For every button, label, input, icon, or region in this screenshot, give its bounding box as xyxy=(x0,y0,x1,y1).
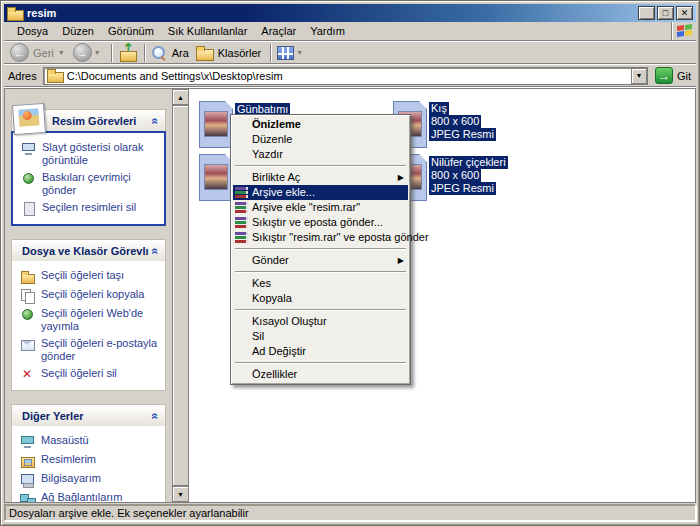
explorer-window: resim _ □ ✕ Dosya Düzen Görünüm Sık Kull… xyxy=(0,0,700,526)
panel-title: Dosya ve Klasör Görevlı xyxy=(22,245,152,257)
menu-item-duzenle[interactable]: Düzenle xyxy=(233,132,408,147)
maximize-button[interactable]: □ xyxy=(657,6,674,20)
task-label: Seçili öğeleri kopyala xyxy=(41,288,144,301)
task-label: Seçilen resimleri sil xyxy=(42,201,136,214)
folders-icon xyxy=(196,46,213,60)
menu-item-kes[interactable]: Kes xyxy=(233,276,408,291)
menu-yardim[interactable]: Yardım xyxy=(303,23,352,39)
task-order-prints[interactable]: Baskıları çevrimiçi gönder xyxy=(19,169,160,199)
address-path[interactable]: C:\Documents and Settings\x\Desktop\resi… xyxy=(67,70,627,82)
menu-item-sil[interactable]: Sil xyxy=(233,329,408,344)
task-email-items[interactable]: Seçili öğeleri e-postayla gönder xyxy=(18,335,161,365)
file-tile-nilufer[interactable]: Nilüfer çiçekleri 800 x 600 JPEG Resmi xyxy=(429,156,508,195)
back-dropdown-arrow[interactable]: ▼ xyxy=(58,49,65,56)
menu-item-label: Arşive ekle "resim.rar" xyxy=(252,201,360,213)
task-delete-pictures[interactable]: Seçilen resimleri sil xyxy=(19,199,160,218)
menu-item-label: Sıkıştır ve eposta gönder... xyxy=(252,216,383,228)
views-dropdown-arrow[interactable]: ▼ xyxy=(296,49,303,56)
email-items-icon xyxy=(20,337,35,352)
up-folder-icon xyxy=(118,44,138,62)
back-button[interactable]: ← Geri ▼ xyxy=(8,43,71,62)
views-button[interactable]: ▼ xyxy=(275,46,309,60)
place-my-computer[interactable]: Bilgisayarım xyxy=(18,470,161,489)
close-button[interactable]: ✕ xyxy=(676,6,693,20)
slideshow-icon xyxy=(21,141,36,156)
file-type: JPEG Resmi xyxy=(429,182,496,195)
menu-item-kopyala[interactable]: Kopyala xyxy=(233,291,408,306)
delete-items-icon xyxy=(20,367,35,382)
submenu-arrow-icon: ▶ xyxy=(398,253,404,268)
place-label: Bilgisayarım xyxy=(41,472,101,485)
menu-item-kisayol-olustur[interactable]: Kısayol Oluştur xyxy=(233,314,408,329)
forward-button[interactable]: → ▼ xyxy=(71,43,107,62)
menu-item-ad-degistir[interactable]: Ad Değiştir xyxy=(233,344,408,359)
place-label: Masaüstü xyxy=(41,434,89,447)
file-list-area[interactable]: Günbatımı Kış 800 x 600 JPEG Resmi Nilüf… xyxy=(189,89,695,502)
delete-pictures-icon xyxy=(21,201,36,216)
title-bar[interactable]: resim _ □ ✕ xyxy=(4,4,696,22)
menu-item-sikistir-eposta[interactable]: Sıkıştır ve eposta gönder... xyxy=(233,215,408,230)
file-thumbnail[interactable] xyxy=(199,154,233,201)
task-label: Seçili öğeleri taşı xyxy=(41,269,124,282)
task-publish-web[interactable]: Seçili öğeleri Web'de yayımla xyxy=(18,305,161,335)
menu-item-onizleme[interactable]: Önizleme xyxy=(233,117,408,132)
panel-file-folder-tasks: Dosya ve Klasör Görevlı « Seçili öğeleri… xyxy=(11,239,166,391)
place-network[interactable]: Ağ Bağlantılarım xyxy=(18,489,161,502)
menu-gorunum[interactable]: Görünüm xyxy=(101,23,161,39)
panel-header[interactable]: Dosya ve Klasör Görevlı « xyxy=(11,239,166,261)
winrar-icon xyxy=(235,186,250,199)
menu-item-arsive-ekle-rar[interactable]: Arşive ekle "resim.rar" xyxy=(233,200,408,215)
menu-item-birlikte-ac[interactable]: Birlikte Aç ▶ xyxy=(233,170,408,185)
scrollbar-thumb[interactable] xyxy=(172,105,189,486)
place-my-pictures[interactable]: Resimlerim xyxy=(18,451,161,470)
task-copy-items[interactable]: Seçili öğeleri kopyala xyxy=(18,286,161,305)
place-desktop[interactable]: Masaüstü xyxy=(18,432,161,451)
task-delete-items[interactable]: Seçili öğeleri sil xyxy=(18,365,161,384)
up-button[interactable] xyxy=(116,44,140,62)
menu-bar: Dosya Düzen Görünüm Sık Kullanılanlar Ar… xyxy=(4,22,696,41)
file-dimensions: 800 x 600 xyxy=(429,115,481,128)
collapse-chevron-icon[interactable]: « xyxy=(149,412,163,419)
address-bar: Adres C:\Documents and Settings\x\Deskto… xyxy=(4,65,696,87)
address-input[interactable]: C:\Documents and Settings\x\Desktop\resi… xyxy=(43,67,648,85)
menu-separator xyxy=(235,165,406,167)
task-move-items[interactable]: Seçili öğeleri taşı xyxy=(18,267,161,286)
scroll-down-button[interactable]: ▼ xyxy=(172,486,189,502)
menu-item-sikistir-rar-eposta[interactable]: Sıkıştır "resim.rar" ve eposta gönder xyxy=(233,230,408,245)
scroll-up-button[interactable]: ▲ xyxy=(172,89,189,105)
menu-dosya[interactable]: Dosya xyxy=(10,23,55,39)
menu-sik-kullanilanlar[interactable]: Sık Kullanılanlar xyxy=(161,23,255,39)
minimize-button[interactable]: _ xyxy=(638,6,655,20)
file-thumbnail-sunset[interactable] xyxy=(199,101,233,148)
toolbar-separator xyxy=(270,44,271,62)
menu-item-label: Sıkıştır "resim.rar" ve eposta gönder xyxy=(252,231,429,243)
menu-separator xyxy=(235,271,406,273)
address-dropdown-button[interactable]: ▼ xyxy=(631,68,647,84)
forward-dropdown-arrow[interactable]: ▼ xyxy=(94,49,101,56)
winrar-icon xyxy=(235,216,250,229)
menu-item-gonder[interactable]: Gönder ▶ xyxy=(233,253,408,268)
desktop-icon xyxy=(20,434,35,449)
panel-picture-tasks: Resim Görevleri « Slayt gösterisi olarak… xyxy=(11,109,166,226)
go-button[interactable]: → Git xyxy=(652,67,694,84)
menu-separator xyxy=(235,309,406,311)
menu-duzen[interactable]: Düzen xyxy=(55,23,101,39)
file-name[interactable]: Kış xyxy=(429,102,449,115)
folders-button[interactable]: Klasörler xyxy=(194,46,266,60)
toolbar-separator xyxy=(144,44,145,62)
menu-item-yazdir[interactable]: Yazdır xyxy=(233,147,408,162)
file-dimensions: 800 x 600 xyxy=(429,169,481,182)
collapse-chevron-icon[interactable]: « xyxy=(149,247,163,254)
menu-araclar[interactable]: Araçlar xyxy=(254,23,303,39)
task-slideshow[interactable]: Slayt gösterisi olarak görüntüle xyxy=(19,139,160,169)
menu-item-arsive-ekle[interactable]: Arşive ekle... xyxy=(233,185,408,200)
windows-logo xyxy=(672,22,696,40)
file-name[interactable]: Nilüfer çiçekleri xyxy=(429,156,508,169)
sidebar-scrollbar[interactable]: ▲ ▼ xyxy=(172,89,189,502)
collapse-chevron-icon[interactable]: « xyxy=(149,117,163,124)
panel-title: Diğer Yerler xyxy=(22,410,152,422)
menu-item-ozellikler[interactable]: Özellikler xyxy=(233,367,408,382)
search-button[interactable]: Ara xyxy=(149,45,194,61)
file-tile-kis[interactable]: Kış 800 x 600 JPEG Resmi xyxy=(429,102,496,141)
panel-header[interactable]: Diğer Yerler « xyxy=(11,404,166,426)
